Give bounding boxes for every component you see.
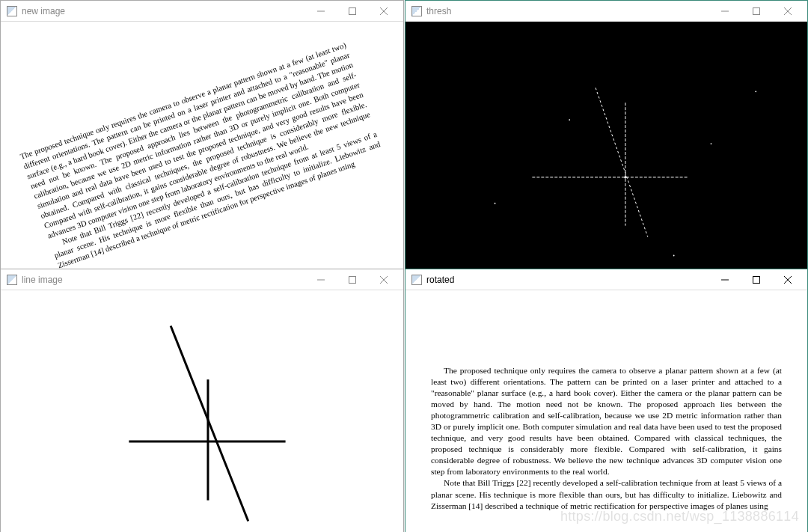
close-button[interactable] bbox=[777, 272, 798, 287]
close-button[interactable] bbox=[373, 4, 394, 19]
window-line-image: line image bbox=[0, 269, 404, 532]
svg-point-14 bbox=[495, 203, 496, 204]
window-controls bbox=[714, 4, 801, 19]
window-controls bbox=[714, 272, 801, 287]
maximize-button[interactable] bbox=[342, 272, 363, 287]
paragraph-1: The proposed technique only requires the… bbox=[431, 365, 782, 477]
window-controls bbox=[310, 272, 397, 287]
image-viewport-line-image bbox=[1, 290, 403, 532]
minimize-icon bbox=[721, 276, 729, 284]
minimize-icon bbox=[317, 7, 325, 15]
window-new-image: new image The proposed technique only re… bbox=[0, 0, 404, 269]
rotated-paragraph-text: The proposed technique only requires the… bbox=[19, 40, 385, 271]
minimize-icon bbox=[317, 276, 325, 284]
window-title: thresh bbox=[426, 6, 714, 16]
window-controls bbox=[310, 4, 397, 19]
window-title: line image bbox=[22, 275, 310, 285]
window-title: new image bbox=[22, 6, 310, 16]
svg-rect-18 bbox=[349, 276, 356, 283]
maximize-icon bbox=[753, 276, 760, 284]
svg-point-13 bbox=[711, 143, 712, 144]
close-icon bbox=[380, 276, 388, 284]
titlebar-line-image: line image bbox=[1, 269, 403, 290]
close-icon bbox=[784, 276, 792, 284]
close-icon bbox=[380, 7, 388, 15]
minimize-icon bbox=[721, 7, 729, 15]
titlebar-rotated: rotated bbox=[405, 269, 807, 290]
app-icon bbox=[7, 6, 17, 16]
svg-point-11 bbox=[624, 176, 626, 178]
maximize-button[interactable] bbox=[342, 4, 363, 19]
window-thresh: thresh bbox=[405, 0, 808, 269]
image-viewport-rotated: The proposed technique only requires the… bbox=[405, 290, 807, 532]
svg-point-12 bbox=[569, 119, 570, 120]
maximize-icon bbox=[349, 7, 356, 15]
thresh-plot bbox=[405, 22, 807, 290]
image-viewport-new-image: The proposed technique only requires the… bbox=[1, 22, 403, 290]
app-icon bbox=[7, 275, 17, 285]
svg-point-15 bbox=[673, 255, 675, 257]
svg-rect-25 bbox=[753, 276, 760, 283]
close-icon bbox=[784, 7, 792, 15]
maximize-button[interactable] bbox=[746, 272, 767, 287]
minimize-button[interactable] bbox=[714, 272, 735, 287]
maximize-icon bbox=[753, 7, 760, 15]
window-rotated: rotated The proposed technique only requ… bbox=[405, 269, 808, 532]
svg-line-10 bbox=[596, 88, 648, 236]
titlebar-thresh: thresh bbox=[405, 1, 807, 22]
svg-rect-1 bbox=[349, 7, 356, 14]
minimize-button[interactable] bbox=[310, 272, 331, 287]
maximize-button[interactable] bbox=[746, 4, 767, 19]
line-plot bbox=[1, 290, 403, 532]
maximize-icon bbox=[349, 276, 356, 284]
titlebar-new-image: new image bbox=[1, 1, 403, 22]
svg-point-16 bbox=[755, 91, 756, 92]
app-icon bbox=[411, 6, 422, 16]
window-title: rotated bbox=[426, 275, 714, 285]
close-button[interactable] bbox=[373, 272, 394, 287]
image-viewport-thresh bbox=[405, 22, 807, 290]
svg-line-23 bbox=[171, 325, 248, 521]
minimize-button[interactable] bbox=[714, 4, 735, 19]
paragraph-2: Note that Bill Triggs [22] recently deve… bbox=[431, 477, 782, 511]
app-icon bbox=[411, 275, 422, 285]
minimize-button[interactable] bbox=[310, 4, 331, 19]
svg-rect-5 bbox=[753, 7, 760, 14]
close-button[interactable] bbox=[777, 4, 798, 19]
